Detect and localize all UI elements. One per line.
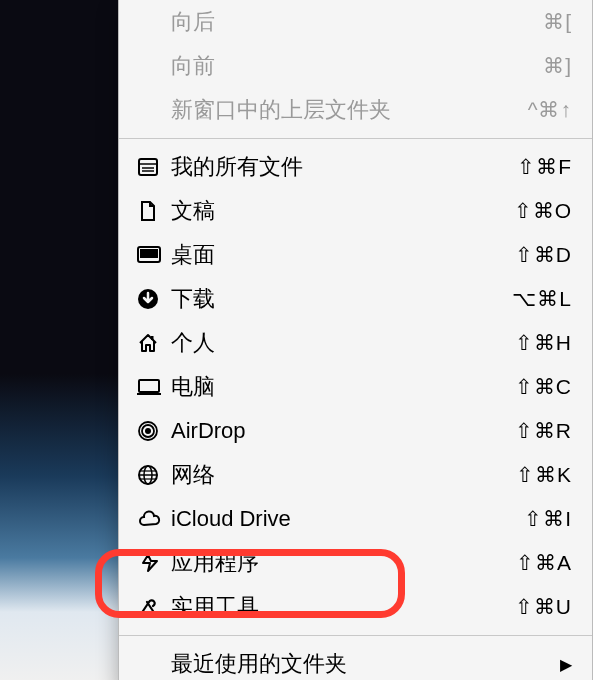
menu-shortcut: ⇧⌘D xyxy=(515,243,572,267)
menu-item-downloads[interactable]: 下载 ⌥⌘L xyxy=(119,277,592,321)
menu-shortcut: ⇧⌘A xyxy=(516,551,572,575)
documents-icon xyxy=(137,200,167,222)
menu-shortcut: ⇧⌘H xyxy=(515,331,572,355)
menu-shortcut: ⇧⌘I xyxy=(524,507,572,531)
menu-label: 我的所有文件 xyxy=(171,152,303,182)
menu-item-desktop[interactable]: 桌面 ⇧⌘D xyxy=(119,233,592,277)
menu-label: 实用工具 xyxy=(171,592,259,622)
menu-label: iCloud Drive xyxy=(171,506,291,532)
menu-shortcut: ⇧⌘O xyxy=(514,199,572,223)
menu-item-recent-folders[interactable]: 最近使用的文件夹 ▶ xyxy=(119,642,592,680)
menu-item-computer[interactable]: 电脑 ⇧⌘C xyxy=(119,365,592,409)
menu-separator xyxy=(119,635,592,636)
menu-label: 最近使用的文件夹 xyxy=(171,649,347,679)
menu-item-home[interactable]: 个人 ⇧⌘H xyxy=(119,321,592,365)
utilities-icon xyxy=(137,596,167,618)
menu-label: 个人 xyxy=(171,328,215,358)
network-icon xyxy=(137,464,167,486)
all-files-icon xyxy=(137,156,167,178)
menu-item-network[interactable]: 网络 ⇧⌘K xyxy=(119,453,592,497)
menu-label: 应用程序 xyxy=(171,548,259,578)
menu-label: 向后 xyxy=(171,7,215,37)
menu-item-documents[interactable]: 文稿 ⇧⌘O xyxy=(119,189,592,233)
svg-point-10 xyxy=(145,428,151,434)
menu-shortcut: ⇧⌘U xyxy=(515,595,572,619)
svg-rect-8 xyxy=(139,380,159,392)
svg-rect-5 xyxy=(140,249,158,258)
menu-label: 电脑 xyxy=(171,372,215,402)
menu-label: 网络 xyxy=(171,460,215,490)
home-icon xyxy=(137,332,167,354)
menu-label: 下载 xyxy=(171,284,215,314)
menu-shortcut: ⌥⌘L xyxy=(512,287,572,311)
menu-separator xyxy=(119,138,592,139)
submenu-arrow-icon: ▶ xyxy=(560,655,572,674)
menu-label: AirDrop xyxy=(171,418,246,444)
downloads-icon xyxy=(137,288,167,310)
desktop-icon xyxy=(137,245,167,265)
menu-shortcut: ^⌘↑ xyxy=(528,98,572,122)
menu-item-forward: 向前 ⌘] xyxy=(119,44,592,88)
menu-shortcut: ⇧⌘R xyxy=(515,419,572,443)
applications-icon xyxy=(137,552,167,574)
menu-item-back: 向后 ⌘[ xyxy=(119,0,592,44)
menu-shortcut: ⌘[ xyxy=(543,10,572,34)
menu-item-applications[interactable]: 应用程序 ⇧⌘A xyxy=(119,541,592,585)
airdrop-icon xyxy=(137,420,167,442)
menu-label: 新窗口中的上层文件夹 xyxy=(171,95,391,125)
menu-shortcut: ⇧⌘C xyxy=(515,375,572,399)
menu-item-icloud[interactable]: iCloud Drive ⇧⌘I xyxy=(119,497,592,541)
go-menu: 向后 ⌘[ 向前 ⌘] 新窗口中的上层文件夹 ^⌘↑ 我的所有文件 ⇧⌘F 文稿… xyxy=(118,0,593,680)
svg-rect-7 xyxy=(151,336,154,340)
svg-rect-0 xyxy=(139,159,157,175)
menu-item-all-files[interactable]: 我的所有文件 ⇧⌘F xyxy=(119,145,592,189)
menu-shortcut: ⌘] xyxy=(543,54,572,78)
menu-label: 桌面 xyxy=(171,240,215,270)
menu-item-enclosing-folder: 新窗口中的上层文件夹 ^⌘↑ xyxy=(119,88,592,132)
computer-icon xyxy=(137,377,167,397)
menu-label: 向前 xyxy=(171,51,215,81)
menu-item-airdrop[interactable]: AirDrop ⇧⌘R xyxy=(119,409,592,453)
menu-shortcut: ⇧⌘F xyxy=(517,155,572,179)
menu-item-utilities[interactable]: 实用工具 ⇧⌘U xyxy=(119,585,592,629)
desktop-background xyxy=(0,0,120,680)
menu-label: 文稿 xyxy=(171,196,215,226)
icloud-icon xyxy=(137,510,167,528)
menu-shortcut: ⇧⌘K xyxy=(516,463,572,487)
